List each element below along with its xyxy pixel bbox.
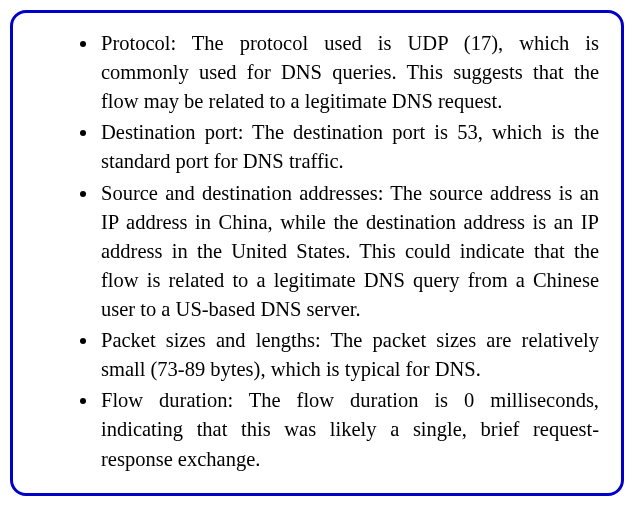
list-item: Destination port: The destination port i… bbox=[99, 118, 599, 176]
list-item: Packet sizes and lengths: The packet siz… bbox=[99, 326, 599, 384]
list-item: Source and destination addresses: The so… bbox=[99, 179, 599, 325]
list-item: Protocol: The protocol used is UDP (17),… bbox=[99, 29, 599, 116]
info-box: Protocol: The protocol used is UDP (17),… bbox=[10, 10, 624, 496]
bullet-list: Protocol: The protocol used is UDP (17),… bbox=[35, 29, 599, 474]
list-item: Flow duration: The flow duration is 0 mi… bbox=[99, 386, 599, 473]
